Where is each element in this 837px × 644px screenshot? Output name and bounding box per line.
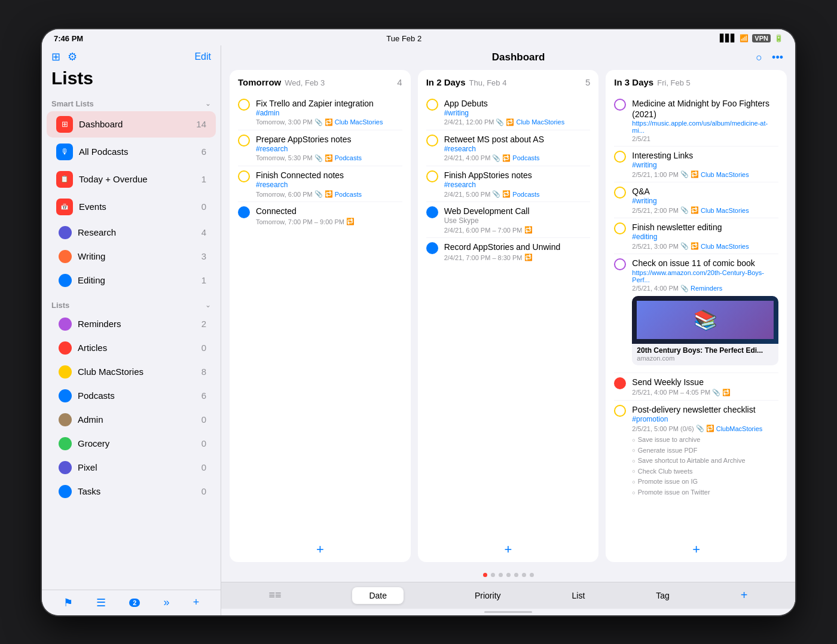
task-meta-text: Tomorrow, 3:00 PM — [256, 118, 313, 126]
task-meta-tag: ClubMacStories — [716, 425, 763, 432]
sidebar-toggle-icon[interactable]: ⊞ — [51, 50, 60, 63]
add-task-3days[interactable]: + — [606, 537, 787, 562]
task-content: Connected Tomorrow, 7:00 PM – 9:00 PM 🔁 — [256, 206, 402, 225]
sidebar-item-club-macstories[interactable]: Club MacStories 8 — [47, 361, 216, 383]
columns-container: Tomorrow Wed, Feb 3 4 Fix Trello and Zap… — [221, 70, 795, 568]
circle-icon[interactable]: ○ — [756, 51, 762, 64]
research-count: 4 — [201, 227, 206, 237]
task-circle — [238, 99, 250, 111]
sidebar-item-all-podcasts[interactable]: 🎙 All Podcasts 6 — [47, 139, 216, 165]
sidebar: ⊞ ⚙ Edit Lists Smart Lists ⌄ ⊞ Dashboard… — [42, 45, 221, 615]
task-content: App Debuts #writing 2/4/21, 12:00 PM 📎🔁 … — [444, 98, 591, 126]
flag-icon[interactable]: ⚑ — [63, 596, 73, 609]
dot-inactive — [522, 573, 526, 577]
sidebar-item-podcasts[interactable]: Podcasts 6 — [47, 384, 216, 407]
all-podcasts-name: All Podcasts — [79, 146, 201, 157]
task-title: Check on issue 11 of comic book — [632, 258, 778, 268]
sidebar-header: ⊞ ⚙ Edit — [42, 45, 221, 66]
preview-title: 20th Century Boys: The Perfect Edi... — [637, 346, 774, 355]
column-tomorrow: Tomorrow Wed, Feb 3 4 Fix Trello and Zap… — [230, 70, 411, 562]
task-tag: Use Skype — [444, 216, 591, 225]
smart-lists-chevron: ⌄ — [205, 99, 211, 108]
task-meta-tag: Club MacStories — [701, 243, 749, 250]
add-task-tomorrow[interactable]: + — [230, 537, 411, 562]
settings-icon[interactable]: ⚙ — [68, 50, 77, 63]
signal-icon: ▋▋▋ — [720, 34, 736, 42]
toolbar-add-button[interactable]: + — [741, 588, 748, 602]
toolbar-tab-list[interactable]: List — [572, 591, 585, 600]
articles-name: Articles — [78, 343, 201, 353]
task-meta: 2/5/21, 4:00 PM 📎 Reminders — [632, 285, 778, 292]
sidebar-item-pixel[interactable]: Pixel 0 — [47, 456, 216, 479]
sidebar-item-editing[interactable]: Editing 1 — [47, 269, 216, 292]
task-content: Retweet MS post about AS #research 2/4/2… — [444, 134, 591, 162]
dot-inactive — [499, 573, 503, 577]
smart-lists-section-header[interactable]: Smart Lists ⌄ — [42, 96, 221, 111]
drag-handle-icon[interactable]: ≡≡ — [268, 589, 281, 602]
ipad-frame: 7:46 PM Tue Feb 2 ▋▋▋ 📶 VPN 🔋 ⊞ ⚙ Edit L… — [42, 29, 795, 615]
sidebar-item-articles[interactable]: Articles 0 — [47, 337, 216, 359]
sidebar-footer: ⚑ ☰ 2 » + — [42, 590, 221, 615]
add-task-2days[interactable]: + — [418, 537, 599, 562]
sidebar-item-dashboard[interactable]: ⊞ Dashboard 14 — [47, 111, 216, 138]
task-title: Fix Trello and Zapier integration — [256, 98, 402, 109]
sidebar-item-tasks[interactable]: Tasks 0 — [47, 480, 216, 503]
task-meta: Tomorrow, 7:00 PM – 9:00 PM 🔁 — [256, 218, 402, 225]
articles-count: 0 — [201, 343, 206, 353]
task-meta: 2/5/21, 3:00 PM 📎🔁 Club MacStories — [632, 242, 778, 250]
task-meta-tag: Club MacStories — [701, 171, 749, 178]
sidebar-item-admin[interactable]: Admin 0 — [47, 408, 216, 431]
task-circle — [614, 222, 626, 234]
task-meta-text: 2/4/21, 4:00 PM — [444, 154, 491, 161]
task-meta: 2/5/21 — [632, 135, 778, 142]
col-2days-title: In 2 Days — [426, 77, 466, 87]
task-item: Medicine at Midnight by Foo Fighters (20… — [614, 94, 778, 146]
lists-section-header[interactable]: Lists ⌄ — [42, 297, 221, 312]
dot-inactive — [506, 573, 511, 577]
sidebar-item-today-overdue[interactable]: 📋 Today + Overdue 1 — [47, 166, 216, 193]
research-dot — [59, 226, 72, 239]
grocery-dot — [59, 437, 72, 450]
task-title: Q&A — [632, 186, 778, 197]
forward-icon[interactable]: » — [164, 596, 170, 609]
toolbar-tab-date[interactable]: Date — [352, 587, 404, 604]
column-3days: In 3 Days Fri, Feb 5 Medicine at Midnigh… — [606, 70, 787, 562]
task-meta-text: 2/5/21, 2:00 PM — [632, 207, 679, 214]
task-title: Medicine at Midnight by Foo Fighters (20… — [632, 98, 778, 120]
col-tomorrow-title: Tomorrow — [238, 77, 281, 87]
task-item: Fix Trello and Zapier integration #admin… — [238, 94, 402, 130]
task-meta-text: Tomorrow, 5:30 PM — [256, 154, 313, 161]
task-tag: #promotion — [632, 415, 778, 423]
tasks-count: 0 — [201, 486, 206, 496]
task-circle — [614, 187, 626, 199]
checklist-icon[interactable]: ☰ — [96, 596, 106, 609]
dot-inactive — [514, 573, 518, 577]
col-3days-title: In 3 Days — [614, 77, 653, 87]
task-meta-text: 2/5/21 — [632, 135, 650, 142]
task-circle — [238, 206, 250, 218]
task-item: Finish newsletter editing #editing 2/5/2… — [614, 218, 778, 254]
task-title: Prepare AppStories notes — [256, 134, 402, 145]
task-tag: https://music.apple.com/us/album/medicin… — [632, 120, 778, 134]
sidebar-item-research[interactable]: Research 4 — [47, 221, 216, 244]
sidebar-item-writing[interactable]: Writing 3 — [47, 245, 216, 268]
reminders-count: 2 — [201, 319, 206, 329]
task-meta-text: Tomorrow, 6:00 PM — [256, 191, 313, 198]
sidebar-item-grocery[interactable]: Grocery 0 — [47, 432, 216, 455]
toolbar-tab-tag[interactable]: Tag — [656, 591, 670, 600]
task-meta: 2/5/21, 1:00 PM 📎🔁 Club MacStories — [632, 170, 778, 178]
task-tag: #research — [444, 145, 591, 153]
add-footer-icon[interactable]: + — [193, 596, 200, 609]
toolbar-tab-priority[interactable]: Priority — [475, 591, 501, 600]
sidebar-item-reminders[interactable]: Reminders 2 — [47, 313, 216, 335]
podcasts-list-dot — [59, 389, 72, 402]
club-macstories-dot — [59, 365, 72, 379]
more-icon[interactable]: ••• — [772, 51, 783, 64]
sidebar-item-events[interactable]: 📅 Events 0 — [47, 194, 216, 220]
edit-button[interactable]: Edit — [194, 51, 211, 62]
today-overdue-name: Today + Overdue — [79, 174, 201, 184]
reminders-dot — [59, 318, 72, 331]
task-meta: Tomorrow, 6:00 PM 📎🔁 Podcasts — [256, 190, 402, 198]
task-tag: #writing — [632, 161, 778, 169]
events-count: 0 — [201, 202, 206, 212]
